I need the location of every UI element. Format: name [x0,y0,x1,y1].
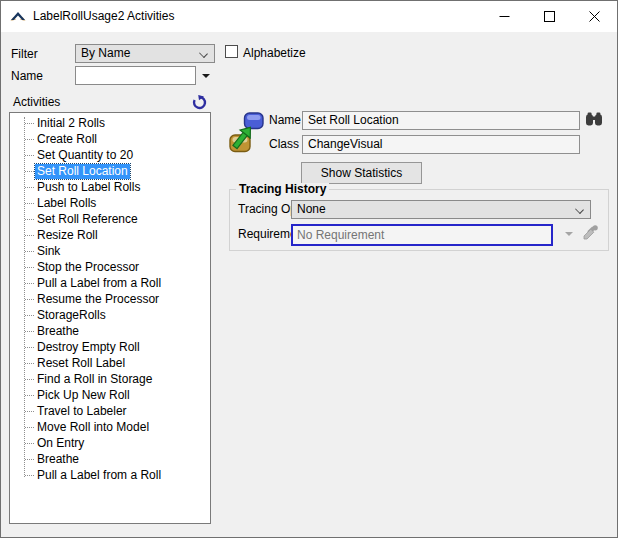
detail-name-label: Name [269,111,301,130]
activity-item-label: Create Roll [35,132,99,147]
activity-item[interactable]: Create Roll [10,131,210,147]
activity-item-label: Reset Roll Label [35,356,127,371]
activity-item[interactable]: Move Roll into Model [10,419,210,435]
activity-item-label: Stop the Processor [35,260,141,275]
activity-item[interactable]: Label Rolls [10,195,210,211]
activities-label: Activities [13,94,60,110]
activities-list: Initial 2 RollsCreate RollSet Quantity t… [10,115,210,483]
titlebar[interactable]: LabelRollUsage2 Activities [1,1,617,32]
activity-item[interactable]: Push to Label Rolls [10,179,210,195]
activity-item-label: Set Roll Reference [35,212,140,227]
activity-item[interactable]: On Entry [10,435,210,451]
activity-item-label: Pick Up New Roll [35,388,132,403]
binoculars-icon [585,112,603,126]
flexsim-logo-icon [10,9,26,25]
activity-item[interactable]: Set Quantity to 20 [10,147,210,163]
activity-item[interactable]: Sink [10,243,210,259]
activity-item[interactable]: Find a Roll in Storage [10,371,210,387]
activity-item[interactable]: Set Roll Reference [10,211,210,227]
window-title: LabelRollUsage2 Activities [33,1,174,32]
filter-combobox-value: By Name [81,46,130,60]
activities-listbox[interactable]: Initial 2 RollsCreate RollSet Quantity t… [9,112,211,524]
close-button[interactable] [572,1,617,32]
activity-item-label: Resume the Processor [35,292,161,307]
activity-item-label: Push to Label Rolls [35,180,142,195]
alphabetize-checkbox[interactable] [225,45,238,58]
activity-item[interactable]: Resume the Processor [10,291,210,307]
activity-item-label: Breathe [35,324,81,339]
activity-item[interactable]: Breathe [10,451,210,467]
maximize-icon [544,11,555,22]
sampler-button[interactable] [581,224,599,242]
activity-item[interactable]: Pull a Label from a Roll [10,275,210,291]
refresh-button[interactable] [191,95,207,111]
activity-item[interactable]: Travel to Labeler [10,403,210,419]
alphabetize-label: Alphabetize [243,44,306,63]
name-filter-label: Name [11,67,43,86]
detail-class-field[interactable]: ChangeVisual [302,135,580,154]
activity-item-label: Pull a Label from a Roll [35,468,163,483]
show-statistics-button[interactable]: Show Statistics [301,162,422,184]
activity-item[interactable]: Pick Up New Roll [10,387,210,403]
activity-item-label: Pull a Label from a Roll [35,276,163,291]
activity-item[interactable]: Stop the Processor [10,259,210,275]
detail-name-field[interactable]: Set Roll Location [302,111,580,130]
find-button[interactable] [584,112,603,128]
activity-item[interactable]: Initial 2 Rolls [10,115,210,131]
activity-item-label: Resize Roll [35,228,100,243]
activity-item-label: Breathe [35,452,81,467]
detail-class-label: Class [269,135,299,154]
chevron-down-icon [199,49,208,58]
name-filter-input[interactable] [75,66,196,85]
activity-type-icon [229,111,265,153]
close-icon [589,11,600,22]
activity-item[interactable]: StorageRolls [10,307,210,323]
activity-item-label: Move Roll into Model [35,420,151,435]
activity-item-label: Sink [35,244,62,259]
activity-item-label: Travel to Labeler [35,404,129,419]
activity-item[interactable]: Set Roll Location [10,163,210,179]
tracing-history-title: Tracing History [236,183,329,196]
minimize-button[interactable] [482,1,527,32]
requirement-dropdown-icon[interactable] [565,232,573,236]
activity-item[interactable]: Breathe [10,323,210,339]
activity-item[interactable]: Pull a Label from a Roll [10,467,210,483]
requirement-input[interactable] [291,224,553,246]
activity-item-label: Label Rolls [35,196,98,211]
activity-item-label: Destroy Empty Roll [35,340,142,355]
activity-item-label: Set Quantity to 20 [35,148,135,163]
activity-item[interactable]: Resize Roll [10,227,210,243]
chevron-down-icon [575,205,584,214]
activity-item-label: On Entry [35,436,86,451]
maximize-button[interactable] [527,1,572,32]
eyedropper-icon [582,224,599,241]
activity-item[interactable]: Reset Roll Label [10,355,210,371]
activity-item-label: StorageRolls [35,308,108,323]
activity-item-label: Initial 2 Rolls [35,116,107,131]
name-filter-dropdown-icon[interactable] [202,74,210,78]
minimize-icon [499,11,510,22]
activity-item[interactable]: Destroy Empty Roll [10,339,210,355]
refresh-icon [192,95,207,110]
activity-item-label: Find a Roll in Storage [35,372,154,387]
tracing-option-combobox[interactable]: None [291,200,591,219]
activities-dialog: LabelRollUsage2 Activities Filter By Nam… [0,0,618,538]
activity-item-label: Set Roll Location [35,164,130,179]
filter-label: Filter [11,45,38,64]
tracing-option-value: None [297,202,326,216]
filter-combobox[interactable]: By Name [75,44,215,63]
